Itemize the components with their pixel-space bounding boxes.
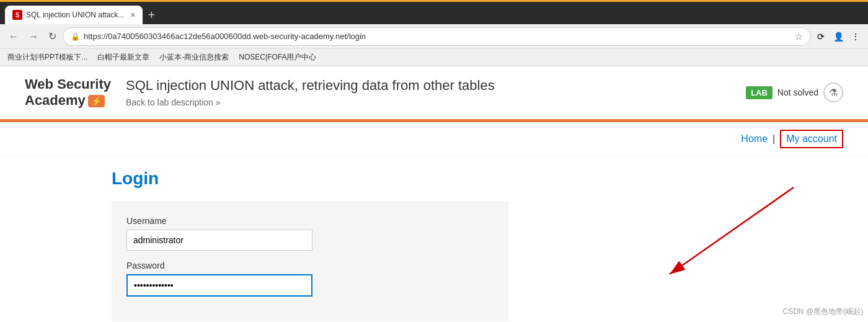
lab-title: SQL injection UNION attack, retrieving d… — [126, 78, 746, 94]
flask-icon: ⚗ — [823, 83, 843, 102]
browser-chrome: S SQL injection UNION attack... × + ← → … — [0, 0, 868, 66]
bookmark-4[interactable]: NOSEC|FOFA用户中心 — [236, 51, 319, 64]
logo-bolt-icon: ⚡ — [88, 95, 105, 107]
address-bar[interactable]: 🔒 https://0a7400560303466ac12de56a000600… — [63, 27, 811, 46]
extensions-icon[interactable]: ⟳ — [813, 29, 828, 44]
logo-academy-area: Academy ⚡ — [25, 92, 111, 109]
lab-badge: LAB — [746, 86, 773, 99]
lab-badge-area: LAB Not solved ⚗ — [746, 83, 843, 102]
password-group: Password — [126, 261, 494, 297]
menu-icon[interactable]: ⋮ — [848, 29, 863, 44]
my-account-link[interactable]: My account — [780, 130, 843, 148]
tab-favicon: S — [12, 10, 22, 20]
bookmark-2-label: 白帽子最新文章 — [97, 52, 149, 63]
back-chevron: » — [216, 97, 221, 107]
username-group: Username — [126, 216, 494, 251]
lab-header: Web Security Academy ⚡ SQL injection UNI… — [0, 66, 868, 120]
tab-bar: S SQL injection UNION attack... × + — [0, 2, 868, 24]
profile-icon[interactable]: 👤 — [831, 29, 846, 44]
bookmark-3-label: 小蓝本-商业信息搜索 — [159, 52, 229, 63]
logo-area: Web Security Academy ⚡ — [25, 76, 111, 109]
back-button[interactable]: ← — [5, 29, 22, 45]
active-tab[interactable]: S SQL injection UNION attack... × — [5, 6, 143, 24]
password-input[interactable] — [126, 274, 312, 297]
lab-status: Not solved — [777, 87, 818, 97]
lab-title-area: SQL injection UNION attack, retrieving d… — [126, 78, 746, 107]
home-link[interactable]: Home — [741, 133, 768, 145]
bookmark-3[interactable]: 小蓝本-商业信息搜索 — [157, 51, 231, 64]
back-label: Back to lab description — [126, 97, 213, 107]
forward-button[interactable]: → — [25, 29, 42, 45]
nav-links: Home | My account — [741, 130, 843, 148]
bookmark-1-label: 商业计划书PPT模板下... — [7, 52, 87, 63]
browser-nav-icons: ⟳ 👤 ⋮ — [813, 29, 863, 44]
logo-academy-text: Academy — [25, 92, 86, 109]
bookmarks-bar: 商业计划书PPT模板下... 白帽子最新文章 小蓝本-商业信息搜索 NOSEC|… — [0, 49, 868, 66]
page-content: Web Security Academy ⚡ SQL injection UNI… — [0, 66, 868, 322]
tab-close-button[interactable]: × — [130, 10, 135, 20]
csdn-watermark: CSDN @黑色地带(崛起) — [782, 306, 863, 317]
back-to-lab-link[interactable]: Back to lab description » — [126, 97, 746, 107]
bookmark-4-label: NOSEC|FOFA用户中心 — [239, 52, 316, 63]
username-label: Username — [126, 216, 494, 226]
logo-web-security: Web Security — [25, 76, 111, 92]
bookmark-star-icon[interactable]: ☆ — [795, 32, 803, 42]
bookmark-1[interactable]: 商业计划书PPT模板下... — [5, 51, 90, 64]
svg-line-1 — [670, 187, 794, 274]
lock-icon: 🔒 — [71, 32, 80, 41]
page-nav: Home | My account — [0, 122, 868, 156]
nav-bar: ← → ↻ 🔒 https://0a7400560303466ac12de56a… — [0, 24, 868, 49]
tab-title: SQL injection UNION attack... — [26, 11, 124, 19]
login-section: Login Username Password — [0, 156, 868, 322]
login-form: Username Password — [112, 201, 508, 321]
password-label: Password — [126, 261, 494, 271]
username-input[interactable] — [126, 230, 312, 251]
refresh-button[interactable]: ↻ — [45, 28, 60, 45]
nav-separator: | — [773, 133, 775, 145]
red-arrow-annotation — [620, 181, 818, 305]
address-text: https://0a7400560303466ac12de56a000600dd… — [84, 32, 791, 41]
bookmark-2[interactable]: 白帽子最新文章 — [95, 51, 152, 64]
new-tab-button[interactable]: + — [148, 8, 155, 22]
